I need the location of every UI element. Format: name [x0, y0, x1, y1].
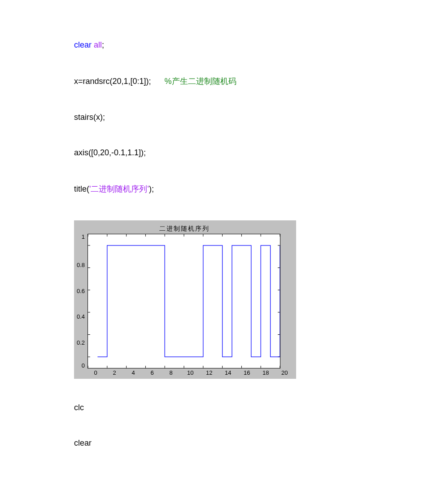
y-tick-label: 0: [82, 363, 85, 368]
y-tick-label: 1: [82, 234, 85, 240]
chart-figure: 二进制随机序列 1 0.8 0.6 0.4 0.2 0 0: [74, 220, 296, 379]
code-comment: %产生二进制随机码: [165, 77, 236, 86]
y-tick-label: 0.6: [77, 288, 85, 294]
chart-title: 二进制随机序列: [77, 223, 292, 234]
y-tick-label: 0.2: [77, 340, 85, 346]
x-tick-label: 4: [131, 369, 136, 376]
string-literal: '二进制随机序列': [89, 184, 149, 193]
x-tick-label: 14: [225, 369, 230, 376]
code-line-3: stairs(x);: [74, 113, 361, 122]
code-line-2: x=randsrc(20,1,[0:1]); %产生二进制随机码: [74, 76, 361, 87]
code-line-4: axis([0,20,-0.1,1.1]);: [74, 148, 361, 158]
code-text: x=randsrc(20,1,[0:1]);: [74, 77, 165, 86]
code-line-5: title('二进制随机序列');: [74, 184, 361, 194]
x-axis-ticks: 0 2 4 6 8 10 12 14 16 18 20: [93, 368, 287, 376]
plot-wrap: 1 0.8 0.6 0.4 0.2 0: [77, 234, 292, 368]
x-tick-label: 12: [206, 369, 211, 376]
x-tick-label: 2: [112, 369, 117, 376]
document-page: clear all; x=randsrc(20,1,[0:1]); %产生二进制…: [0, 0, 361, 475]
x-tick-label: 10: [187, 369, 192, 376]
semicolon: ;: [102, 40, 104, 49]
y-tick-label: 0.8: [77, 262, 85, 268]
x-tick-label: 16: [244, 369, 249, 376]
code-line-6: clc: [74, 403, 361, 412]
code-line-1: clear all;: [74, 40, 361, 50]
plot-area: [87, 234, 280, 368]
x-tick-label: 18: [262, 369, 268, 376]
x-tick-label: 20: [281, 369, 287, 376]
plot-svg: [88, 234, 280, 368]
y-axis-ticks: 1 0.8 0.6 0.4 0.2 0: [77, 234, 87, 368]
x-tick-label: 8: [168, 369, 174, 376]
keyword-all: all: [92, 40, 102, 49]
code-text: title(: [74, 184, 89, 193]
x-tick-label: 0: [93, 369, 98, 376]
x-tick-label: 6: [149, 369, 155, 376]
keyword-clear: clear: [74, 40, 92, 49]
y-tick-label: 0.4: [77, 314, 85, 320]
code-text: );: [149, 184, 154, 193]
code-line-7: clear: [74, 438, 361, 448]
signal-line: [97, 245, 280, 357]
